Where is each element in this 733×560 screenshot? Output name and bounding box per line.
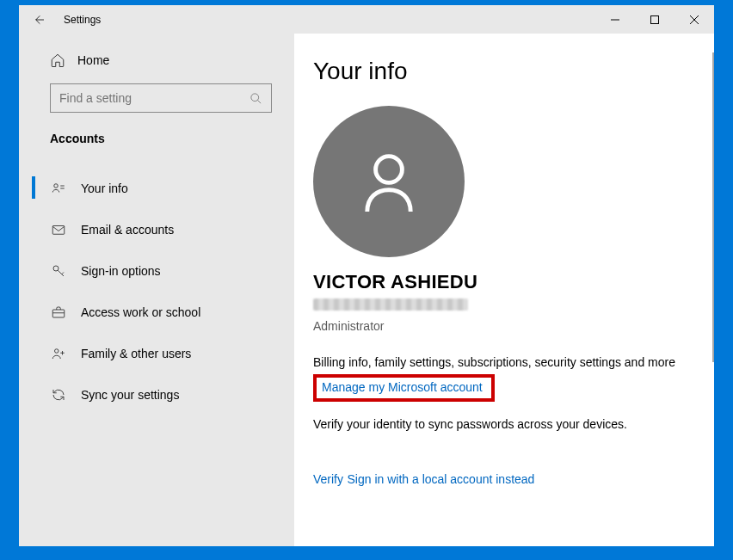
sidebar: Home Accounts Your info Email & accounts xyxy=(19,34,294,546)
window-controls xyxy=(595,5,714,34)
verify-link[interactable]: Verify xyxy=(313,472,343,486)
minimize-button[interactable] xyxy=(595,5,635,34)
home-label: Home xyxy=(77,53,109,67)
svg-point-6 xyxy=(55,349,59,354)
sidebar-item-label: Family & other users xyxy=(81,347,191,360)
settings-window: Settings Home Accounts xyxy=(19,5,714,546)
svg-point-2 xyxy=(54,184,59,188)
back-button[interactable] xyxy=(19,5,59,34)
svg-rect-3 xyxy=(52,226,65,235)
sidebar-item-label: Access work or school xyxy=(81,305,200,319)
sidebar-nav: Your info Email & accounts Sign-in optio… xyxy=(19,149,294,415)
scrollbar[interactable] xyxy=(710,52,714,546)
svg-point-7 xyxy=(376,157,403,183)
sidebar-item-email-accounts[interactable]: Email & accounts xyxy=(19,209,294,250)
briefcase-icon xyxy=(51,305,66,320)
svg-rect-0 xyxy=(651,15,659,23)
signin-local-account-link[interactable]: Sign in with a local account instead xyxy=(347,472,534,486)
sidebar-item-label: Sign-in options xyxy=(81,264,161,278)
verify-identity-text: Verify your identity to sync passwords a… xyxy=(313,417,714,431)
scrollbar-thumb[interactable] xyxy=(712,52,714,362)
person-card-icon xyxy=(51,181,66,196)
highlight-annotation: Manage my Microsoft account xyxy=(313,374,495,402)
sidebar-item-family-users[interactable]: Family & other users xyxy=(19,333,294,374)
content-pane: Your info VICTOR ASHIEDU Administrator B… xyxy=(294,34,714,546)
close-icon xyxy=(690,15,699,24)
page-title: Your info xyxy=(313,58,714,85)
window-body: Home Accounts Your info Email & accounts xyxy=(19,34,714,546)
sidebar-item-your-info[interactable]: Your info xyxy=(19,168,294,209)
sidebar-item-label: Email & accounts xyxy=(81,223,174,237)
user-email-redacted xyxy=(313,298,468,311)
manage-account-link[interactable]: Manage my Microsoft account xyxy=(322,380,483,394)
user-name: VICTOR ASHIEDU xyxy=(313,271,714,293)
back-arrow-icon xyxy=(32,13,46,27)
sync-icon xyxy=(51,387,66,403)
sidebar-section-header: Accounts xyxy=(19,113,294,149)
user-role: Administrator xyxy=(313,319,714,333)
search-input[interactable] xyxy=(59,91,249,105)
sidebar-item-label: Your info xyxy=(81,182,128,195)
home-nav[interactable]: Home xyxy=(19,46,294,75)
minimize-icon xyxy=(611,15,619,24)
titlebar: Settings xyxy=(19,5,714,34)
avatar xyxy=(313,106,465,257)
home-icon xyxy=(50,52,65,68)
billing-info-text: Billing info, family settings, subscript… xyxy=(313,355,714,369)
family-icon xyxy=(51,346,66,361)
search-icon xyxy=(249,92,262,105)
sidebar-item-signin-options[interactable]: Sign-in options xyxy=(19,250,294,292)
sidebar-item-access-work-school[interactable]: Access work or school xyxy=(19,292,294,333)
mail-icon xyxy=(51,222,66,237)
person-icon xyxy=(353,145,425,218)
close-button[interactable] xyxy=(674,5,714,34)
svg-point-1 xyxy=(251,93,259,101)
maximize-button[interactable] xyxy=(635,5,674,34)
svg-rect-5 xyxy=(52,310,65,317)
search-box[interactable] xyxy=(50,83,272,113)
sidebar-item-label: Sync your settings xyxy=(81,388,179,402)
maximize-icon xyxy=(650,15,659,24)
window-title: Settings xyxy=(64,14,101,26)
key-icon xyxy=(51,263,66,279)
sidebar-item-sync-settings[interactable]: Sync your settings xyxy=(19,374,294,415)
svg-point-4 xyxy=(53,266,59,271)
